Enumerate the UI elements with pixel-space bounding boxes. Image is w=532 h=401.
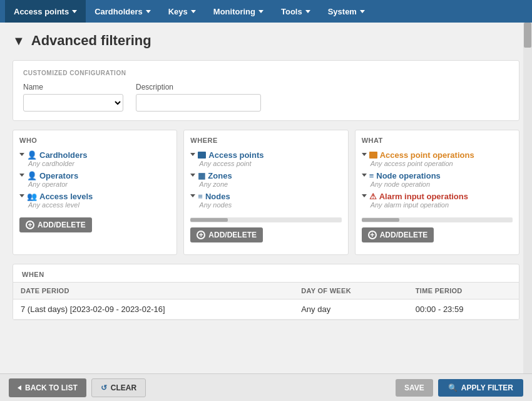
refresh-icon: ↺ <box>101 383 107 392</box>
where-item-zones: ▦ Zones Any zone <box>198 171 232 188</box>
where-item-ap: Access points Any access point <box>198 150 263 167</box>
who-item-operators-sub: Any operator <box>27 180 78 188</box>
apply-filter-label: APPLY FILTER <box>461 383 513 392</box>
expand-icon <box>19 174 24 177</box>
nav-keys-label: Keys <box>168 7 188 16</box>
nav-tools-caret <box>305 10 310 13</box>
when-header: WHEN <box>13 264 519 282</box>
where-hscrollbar-thumb <box>190 218 228 222</box>
what-item-alarm-ops-name[interactable]: ⚠ Alarm input operations <box>369 192 468 201</box>
nav-cardholders[interactable]: Cardholders <box>86 0 160 23</box>
nav-system[interactable]: System <box>319 0 374 23</box>
what-hscrollbar[interactable] <box>362 217 513 222</box>
when-section: WHEN DATE PERIOD DAY OF WEEK TIME PERIOD… <box>13 264 519 320</box>
who-panel-scroll[interactable]: 👤 Cardholders Any cardholder 👤 Ope <box>19 150 170 212</box>
where-item-ap-name[interactable]: Access points <box>198 150 263 160</box>
nodes-icon: ≡ <box>198 192 203 201</box>
alarm-ops-icon: ⚠ <box>369 192 377 201</box>
cardholders-icon: 👤 <box>27 150 37 160</box>
where-panel-scroll[interactable]: Access points Any access point ▦ Zones <box>190 150 341 212</box>
name-select[interactable] <box>23 94 123 112</box>
where-item-nodes-name[interactable]: ≡ Nodes <box>198 192 232 201</box>
nav-system-label: System <box>328 7 357 16</box>
where-item-nodes-sub: Any nodes <box>198 201 232 209</box>
list-item: ≡ Nodes Any nodes <box>190 192 341 209</box>
who-panel-title: WHO <box>19 137 170 144</box>
cell-time-period: 00:00 - 23:59 <box>408 299 519 320</box>
nav-monitoring[interactable]: Monitoring <box>205 0 272 23</box>
description-input[interactable] <box>136 94 261 112</box>
description-field-group: Description <box>136 83 261 112</box>
col-day-of-week: DAY OF WEEK <box>294 283 408 299</box>
access-points-icon <box>198 152 206 159</box>
where-item-zones-sub: Any zone <box>198 180 232 188</box>
what-panel-title: WHAT <box>362 137 513 144</box>
what-item-node-ops-name[interactable]: ≡ Node operations <box>369 171 441 180</box>
main-content: ▼ Advanced filtering CUSTOMIZED CONFIGUR… <box>0 23 532 373</box>
who-item-access-levels-sub: Any access level <box>27 201 93 209</box>
where-add-delete-label: ADD/DELETE <box>208 231 257 239</box>
list-item: Access points Any access point <box>190 150 341 167</box>
list-item: ≡ Node operations Any node operation <box>362 171 513 188</box>
where-hscrollbar[interactable] <box>190 217 341 222</box>
expand-icon <box>190 153 195 156</box>
cell-date-period: 7 (Last days) [2023-02-09 - 2023-02-16] <box>13 299 294 320</box>
nav-tools[interactable]: Tools <box>272 0 319 23</box>
nav-keys[interactable]: Keys <box>160 0 205 23</box>
table-row[interactable]: 7 (Last days) [2023-02-09 - 2023-02-16] … <box>13 299 519 320</box>
filter-icon: ▼ <box>13 34 25 48</box>
what-item-alarm-ops-sub: Any alarm input operation <box>369 201 468 209</box>
nav-cardholders-caret <box>146 10 151 13</box>
list-item: 👤 Cardholders Any cardholder <box>19 150 170 167</box>
plus-icon: + <box>26 221 34 229</box>
save-label: SAVE <box>404 383 424 392</box>
save-button[interactable]: SAVE <box>396 379 433 397</box>
who-item-operators: 👤 Operators Any operator <box>27 171 78 188</box>
list-item: 👥 Access levels Any access level <box>19 192 170 209</box>
vscroll-thumb <box>524 23 531 48</box>
what-add-delete-label: ADD/DELETE <box>380 231 428 239</box>
customized-config-label: CUSTOMIZED CONFIGURATION <box>23 70 509 76</box>
where-item-zones-name[interactable]: ▦ Zones <box>198 171 232 180</box>
expand-icon <box>19 153 24 156</box>
where-panel: WHERE Access points Any access point <box>183 130 348 255</box>
clear-button[interactable]: ↺ CLEAR <box>91 378 146 397</box>
chevron-left-icon <box>18 385 21 390</box>
what-item-alarm-ops: ⚠ Alarm input operations Any alarm input… <box>369 192 468 209</box>
customized-config-section: CUSTOMIZED CONFIGURATION Name Descriptio… <box>13 60 519 121</box>
expand-icon <box>362 174 367 177</box>
nav-monitoring-caret <box>258 10 263 13</box>
what-item-ap-ops-name[interactable]: Access point operations <box>369 150 474 160</box>
back-to-list-button[interactable]: BACK TO LIST <box>9 378 86 397</box>
who-add-delete-label: ADD/DELETE <box>38 221 86 229</box>
what-panel: WHAT Access point operations Any access … <box>355 130 519 255</box>
nav-tools-label: Tools <box>281 7 302 16</box>
bottom-left-actions: BACK TO LIST ↺ CLEAR <box>9 378 146 397</box>
who-item-access-levels-name[interactable]: 👥 Access levels <box>27 192 93 201</box>
node-ops-icon: ≡ <box>369 171 374 180</box>
bottom-right-actions: SAVE 🔍 APPLY FILTER <box>396 379 523 397</box>
expand-icon <box>19 194 24 197</box>
what-add-delete-button[interactable]: + ADD/DELETE <box>362 227 434 242</box>
nav-keys-caret <box>191 10 196 13</box>
who-item-cardholders: 👤 Cardholders Any cardholder <box>27 150 88 167</box>
apply-filter-button[interactable]: 🔍 APPLY FILTER <box>438 379 523 397</box>
zones-icon: ▦ <box>198 171 205 180</box>
bottom-bar: BACK TO LIST ↺ CLEAR SAVE 🔍 APPLY FILTER <box>0 373 532 401</box>
name-field-group: Name <box>23 83 123 112</box>
list-item: Access point operations Any access point… <box>362 150 513 167</box>
nav-cardholders-label: Cardholders <box>95 7 143 16</box>
nav-access-points-caret <box>72 10 77 13</box>
who-item-operators-name[interactable]: 👤 Operators <box>27 171 78 180</box>
nav-monitoring-label: Monitoring <box>213 7 255 16</box>
col-date-period: DATE PERIOD <box>13 283 294 299</box>
where-add-delete-button[interactable]: + ADD/DELETE <box>190 227 263 242</box>
what-panel-scroll[interactable]: Access point operations Any access point… <box>362 150 513 212</box>
nav-access-points[interactable]: Access points <box>5 0 86 23</box>
who-item-cardholders-name[interactable]: 👤 Cardholders <box>27 150 88 160</box>
access-levels-icon: 👥 <box>27 192 37 201</box>
vertical-scrollbar[interactable] <box>523 23 532 373</box>
panels-row: WHO 👤 Cardholders Any cardholder <box>13 130 519 255</box>
who-add-delete-button[interactable]: + ADD/DELETE <box>19 217 92 232</box>
cell-day-of-week: Any day <box>294 299 408 320</box>
